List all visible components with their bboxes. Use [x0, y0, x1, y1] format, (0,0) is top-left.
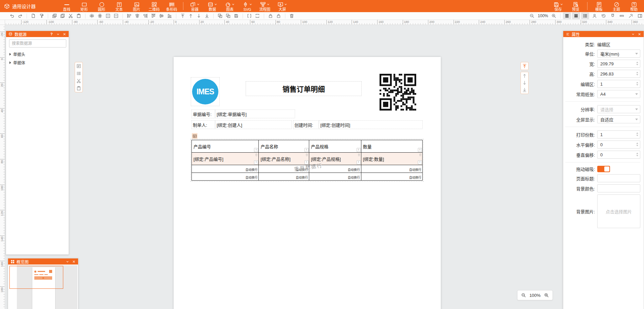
canvas-center-h-button[interactable]: [104, 12, 112, 19]
table-autowrap-cell[interactable]: 自动换行: [361, 173, 422, 180]
tool-chart[interactable]: 图表: [221, 1, 239, 12]
tool-svg[interactable]: SVG: [239, 1, 256, 12]
datasource-panel-header[interactable]: 数据源 ?: [6, 31, 69, 37]
format-brush-button[interactable]: [37, 12, 45, 19]
center-vertical-button[interactable]: [88, 12, 96, 19]
collapse-icon[interactable]: [56, 32, 60, 36]
combine-button[interactable]: [253, 12, 261, 19]
design-page[interactable]: IMES 销售订单明细 单据编号: [绑定:单据编号] 制单人: [绑定:创建人…: [174, 57, 441, 309]
paste-button[interactable]: [75, 12, 83, 19]
created-label[interactable]: 创建时间:: [293, 120, 319, 129]
prop-height-input[interactable]: 296.83: [597, 70, 640, 78]
canvas-center-v-button[interactable]: [112, 12, 120, 19]
delete-icon[interactable]: [358, 153, 360, 156]
tool-save[interactable]: 保存: [549, 1, 567, 12]
duplicate-button[interactable]: [50, 12, 59, 19]
doc-no-label[interactable]: 单据编号:: [191, 110, 215, 118]
table-autowrap-cell[interactable]: 自动换行: [309, 173, 361, 180]
collapse-icon[interactable]: [65, 259, 70, 264]
align-right-button[interactable]: [141, 12, 149, 19]
help-icon[interactable]: ?: [49, 32, 54, 36]
zoom-in-button[interactable]: [550, 12, 558, 19]
data-table[interactable]: 产品编号T产品名称T产品规格T数量T[绑定:产品编号]T[绑定:产品名称]T[绑…: [191, 140, 423, 181]
save-component-button[interactable]: [232, 12, 240, 19]
overview-thumbnail[interactable]: [8, 265, 78, 309]
copy-style-button[interactable]: [224, 12, 232, 19]
ruler-button[interactable]: [618, 12, 626, 19]
tool-screen[interactable]: 大屏: [274, 1, 291, 12]
center-horizontal-button[interactable]: [96, 12, 104, 19]
creator-label[interactable]: 制单人:: [191, 120, 215, 129]
spinner-icons[interactable]: [636, 62, 638, 65]
prop-edit-area-input[interactable]: 1: [597, 80, 640, 88]
prop-unit-select[interactable]: 毫米(mm): [597, 50, 640, 58]
scroll-bottom-button[interactable]: [522, 87, 528, 93]
layers-toggle-button[interactable]: [563, 12, 571, 19]
panel-button[interactable]: [636, 12, 644, 19]
align-bottom-button[interactable]: [166, 12, 174, 19]
quick-paste-button[interactable]: [76, 86, 82, 91]
tools-button[interactable]: [627, 12, 635, 19]
scroll-down-button[interactable]: [522, 80, 528, 86]
properties-panel-header[interactable]: 属性: [563, 31, 644, 37]
datasource-search-input[interactable]: [9, 39, 66, 48]
tool-template[interactable]: 模板: [590, 1, 608, 12]
quick-form-button[interactable]: [76, 63, 82, 69]
tool-flow[interactable]: 流程图: [256, 1, 274, 12]
prop-background-color-input[interactable]: [597, 184, 640, 192]
close-icon[interactable]: [62, 32, 67, 36]
prop-paper-size-select[interactable]: A4: [597, 90, 640, 98]
prop-print-copies-input[interactable]: 1: [597, 130, 640, 138]
delete-icon[interactable]: [255, 153, 258, 156]
spinner-icons[interactable]: [636, 143, 638, 146]
move-top-button[interactable]: [179, 12, 187, 19]
report-title-element[interactable]: 销售订单明细: [246, 81, 362, 96]
delete-button[interactable]: [288, 12, 296, 19]
user-button[interactable]: [591, 12, 599, 19]
move-down-button[interactable]: [195, 12, 203, 19]
close-icon[interactable]: [637, 32, 642, 36]
table-binding-cell[interactable]: [绑定:产品名称]T: [259, 153, 309, 165]
collapse-icon[interactable]: [631, 32, 635, 36]
prop-vertical-offset-input[interactable]: 0: [597, 151, 640, 159]
lock-button[interactable]: [266, 12, 275, 19]
prop-page-title-input[interactable]: [597, 174, 640, 182]
creator-binding[interactable]: [绑定:创建人]: [215, 120, 292, 129]
tool-container[interactable]: 容器: [186, 1, 204, 12]
delete-icon[interactable]: [306, 153, 308, 156]
widgets-toggle-button[interactable]: [572, 12, 580, 19]
table-autowrap-cell[interactable]: 自动换行: [192, 165, 259, 173]
scroll-top-button[interactable]: [522, 63, 528, 69]
tool-text[interactable]: 文本: [110, 1, 128, 12]
move-up-button[interactable]: [187, 12, 195, 19]
align-left-button[interactable]: [125, 12, 133, 19]
quick-outline-button[interactable]: [76, 71, 82, 76]
ungroup-button[interactable]: [245, 12, 253, 19]
tool-theme[interactable]: 主题: [608, 1, 625, 12]
tool-rect[interactable]: 矩形: [75, 1, 93, 12]
close-icon[interactable]: [71, 259, 76, 264]
table-binding-cell[interactable]: [绑定:数量]T: [361, 153, 422, 165]
overview-panel-header[interactable]: 概览图: [8, 258, 78, 265]
expand-caret-icon[interactable]: [9, 61, 11, 64]
undo-button[interactable]: [8, 12, 16, 19]
expand-caret-icon[interactable]: [9, 53, 11, 56]
table-autowrap-cell[interactable]: 自动换行: [192, 173, 259, 180]
outline-toggle-button[interactable]: [581, 12, 589, 19]
new-file-button[interactable]: [29, 12, 37, 19]
tool-help[interactable]: 帮助: [625, 1, 643, 12]
doc-no-binding[interactable]: [绑定:单据编号]: [215, 110, 295, 118]
tool-qrcode[interactable]: 二维码: [145, 1, 163, 12]
move-bottom-button[interactable]: [203, 12, 211, 19]
tool-line[interactable]: 直线: [58, 1, 75, 12]
align-top-button[interactable]: [149, 12, 157, 19]
prop-drag-snap-toggle[interactable]: [597, 166, 610, 172]
zoom-in-button[interactable]: [543, 292, 549, 299]
spinner-icons[interactable]: [636, 153, 638, 156]
table-header-cell[interactable]: 产品名称T: [259, 140, 309, 152]
tree-item[interactable]: 单据头: [6, 50, 69, 58]
prop-resolution-select[interactable]: 请选择: [597, 105, 640, 113]
spinner-icons[interactable]: [636, 132, 638, 136]
tool-circle[interactable]: 圆形: [93, 1, 110, 12]
quick-cut-button[interactable]: [76, 78, 82, 84]
